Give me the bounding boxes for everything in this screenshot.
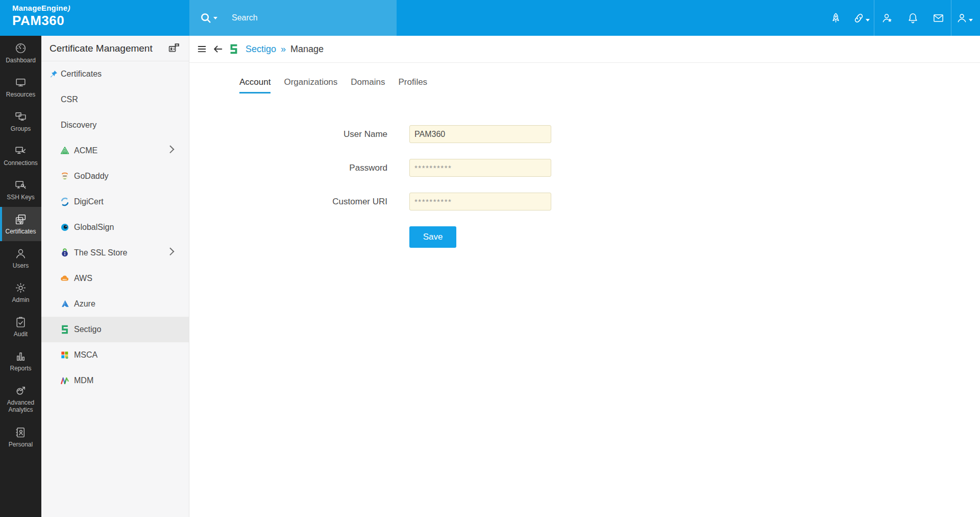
- sidebar-item-label: Admin: [11, 297, 30, 304]
- mail-icon[interactable]: [925, 0, 951, 36]
- password-field[interactable]: [409, 159, 551, 177]
- nav-item-msca[interactable]: MSCA: [41, 342, 189, 368]
- breadcrumb: Sectigo » Manage: [189, 36, 980, 63]
- sidebar-item-label: Reports: [9, 365, 32, 372]
- user-name-label: User Name: [189, 129, 387, 139]
- form-row-password: Password: [189, 159, 980, 177]
- nav-item-globalsign[interactable]: GlobalSign: [41, 215, 189, 240]
- nav-item-discovery[interactable]: Discovery: [41, 112, 189, 138]
- nav-item-label: MDM: [74, 376, 93, 385]
- topbar: ManageEngine) PAM360: [0, 0, 980, 36]
- sidebar-item-advanced-analytics[interactable]: Advanced Analytics: [0, 378, 41, 420]
- sidebar-item-label: Certificates: [4, 228, 37, 236]
- tab-organizations[interactable]: Organizations: [284, 77, 337, 93]
- sidebar-item-connections[interactable]: Connections: [0, 138, 41, 173]
- sidebar-item-certificates[interactable]: Certificates: [0, 207, 41, 241]
- nav-item-csr[interactable]: CSR: [41, 87, 189, 112]
- main-content: Sectigo » Manage AccountOrganizationsDom…: [189, 36, 980, 517]
- nav-item-the-ssl-store[interactable]: The SSL Store: [41, 240, 189, 266]
- sidebar-item-audit[interactable]: Audit: [0, 310, 41, 344]
- global-search: [189, 0, 397, 36]
- secondary-sidebar: Certificate Management CertificatesCSRDi…: [41, 36, 189, 517]
- sidebar-item-resources[interactable]: Resources: [0, 70, 41, 104]
- sidebar-item-users[interactable]: Users: [0, 241, 41, 275]
- sidebar-item-ssh-keys[interactable]: SSH Keys: [0, 173, 41, 207]
- chevron-right-icon: [166, 248, 175, 256]
- godaddy-icon: [60, 171, 70, 181]
- form-row-user-name: User Name: [189, 125, 980, 143]
- form-rows: User NamePasswordCustomer URI: [189, 125, 980, 210]
- tab-domains[interactable]: Domains: [351, 77, 385, 93]
- nav-item-sectigo[interactable]: Sectigo: [41, 317, 189, 342]
- nav-item-label: Azure: [74, 299, 95, 309]
- nav-item-label: Discovery: [61, 121, 96, 130]
- certificate-request-icon[interactable]: [168, 42, 181, 55]
- module-title: Certificate Management: [50, 43, 168, 54]
- save-button[interactable]: Save: [409, 226, 456, 248]
- advanced-analytics-icon: [14, 384, 27, 397]
- svg-text:aws: aws: [63, 278, 67, 280]
- sidebar-item-label: SSH Keys: [6, 194, 36, 201]
- resources-icon: [14, 76, 27, 89]
- tab-account[interactable]: Account: [239, 77, 271, 93]
- tab-bar: AccountOrganizationsDomainsProfiles: [189, 77, 980, 93]
- user-name-field[interactable]: [409, 125, 551, 143]
- back-arrow-icon[interactable]: [212, 43, 224, 55]
- manageengine-pam360-logo[interactable]: ManageEngine) PAM360: [12, 4, 70, 28]
- certificates-icon: [14, 213, 27, 226]
- nav-item-aws[interactable]: awsAWS: [41, 266, 189, 291]
- nav-item-digicert[interactable]: DigiCert: [41, 189, 189, 215]
- azure-icon: [60, 299, 70, 309]
- acme-icon: [60, 146, 70, 156]
- user-icon[interactable]: [951, 0, 977, 36]
- sidebar-item-groups[interactable]: Groups: [0, 104, 41, 138]
- nav-item-acme[interactable]: ACME: [41, 138, 189, 163]
- sidebar-item-personal[interactable]: Personal: [0, 420, 41, 454]
- mdm-icon: [60, 375, 70, 386]
- nav-item-godaddy[interactable]: GoDaddy: [41, 163, 189, 189]
- digicert-icon: [60, 197, 70, 207]
- audit-icon: [14, 316, 27, 328]
- sslstore-icon: [60, 248, 70, 258]
- breadcrumb-current-page: Manage: [290, 44, 324, 55]
- tab-profiles[interactable]: Profiles: [398, 77, 427, 93]
- sidebar-item-admin[interactable]: Admin: [0, 275, 41, 310]
- logo-swoosh: ): [67, 5, 71, 13]
- sidebar-item-label: Connections: [3, 160, 39, 167]
- password-label: Password: [189, 163, 387, 173]
- connections-icon: [14, 145, 27, 157]
- personal-icon: [14, 426, 27, 439]
- search-input[interactable]: [231, 13, 376, 23]
- customer-uri-field[interactable]: [409, 193, 551, 210]
- groups-icon: [14, 110, 27, 123]
- msca-icon: [60, 350, 70, 360]
- sidebar-item-label: Personal: [8, 441, 34, 449]
- secondary-sidebar-header: Certificate Management: [41, 36, 189, 61]
- sidebar-item-label: Users: [12, 263, 30, 270]
- dashboard-icon: [14, 42, 27, 55]
- primary-sidebar: DashboardResourcesGroupsConnectionsSSH K…: [0, 36, 41, 517]
- search-scope-caret-icon[interactable]: [213, 17, 217, 19]
- rocket-icon[interactable]: [823, 0, 848, 36]
- sidebar-item-label: Resources: [5, 91, 36, 99]
- user-star-icon[interactable]: [874, 0, 900, 36]
- sidebar-item-reports[interactable]: Reports: [0, 344, 41, 378]
- nav-item-azure[interactable]: Azure: [41, 291, 189, 317]
- link-icon[interactable]: [848, 0, 874, 36]
- nav-item-label: GoDaddy: [74, 172, 109, 181]
- form-row-customer-uri: Customer URI: [189, 193, 980, 210]
- nav-item-label: DigiCert: [74, 197, 104, 206]
- nav-item-certificates[interactable]: Certificates: [41, 61, 189, 87]
- search-icon[interactable]: [200, 12, 212, 25]
- account-form: User NamePasswordCustomer URI Save: [189, 125, 980, 248]
- sidebar-item-label: Audit: [13, 331, 29, 338]
- breadcrumb-separator: »: [281, 44, 286, 55]
- breadcrumb-link-sectigo[interactable]: Sectigo: [246, 44, 276, 55]
- sidebar-item-dashboard[interactable]: Dashboard: [0, 36, 41, 70]
- users-icon: [14, 247, 27, 260]
- nav-item-mdm[interactable]: MDM: [41, 368, 189, 393]
- menu-toggle-icon[interactable]: [197, 43, 208, 55]
- brand-name: ManageEngine: [12, 4, 67, 12]
- bell-icon[interactable]: [900, 0, 925, 36]
- sidebar-item-label: Groups: [10, 126, 32, 133]
